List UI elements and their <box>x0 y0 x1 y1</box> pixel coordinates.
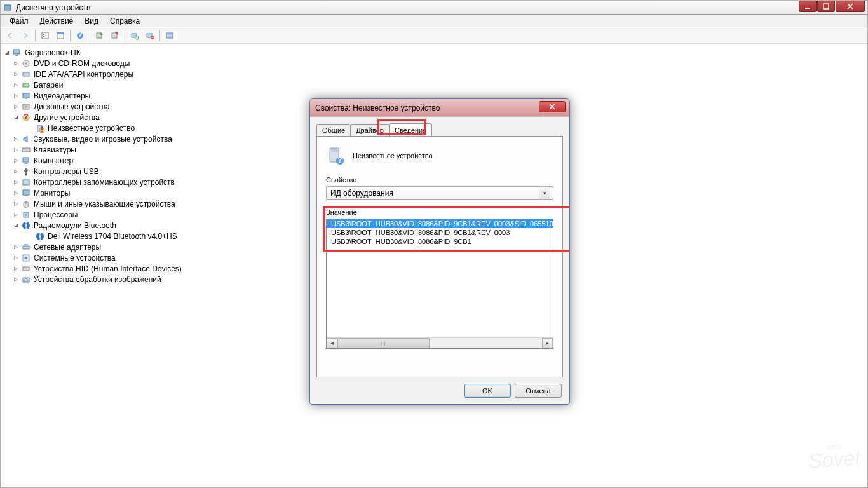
app-icon <box>3 3 13 13</box>
expand-icon[interactable]: ▷ <box>12 103 20 111</box>
menu-help[interactable]: Справка <box>105 15 145 27</box>
toolbar-separator <box>35 30 36 41</box>
tree-root-label: Gagushonok-ПК <box>25 48 81 57</box>
cancel-button[interactable]: Отмена <box>515 384 562 398</box>
toolbar-separator <box>90 30 90 41</box>
menu-file[interactable]: Файл <box>4 15 34 27</box>
scroll-track[interactable] <box>337 338 542 349</box>
svg-rect-18 <box>166 33 173 38</box>
expand-icon[interactable]: ▷ <box>12 254 20 262</box>
svg-rect-38 <box>23 158 29 162</box>
cpu-icon <box>21 210 31 220</box>
tree-category-label: Другие устройства <box>34 113 100 122</box>
toolbar-scan-button[interactable] <box>128 29 142 43</box>
toolbar-properties-button[interactable] <box>53 29 67 43</box>
tree-root[interactable]: ◢ Gagushonok-ПК <box>3 47 865 58</box>
other-icon: ? <box>21 112 31 123</box>
imaging-icon <box>21 274 31 285</box>
property-label: Свойство <box>326 176 553 184</box>
battery-icon <box>21 80 31 90</box>
value-listbox[interactable]: IUSB3\ROOT_HUB30&VID_8086&PID_9CB1&REV_0… <box>326 219 553 349</box>
hardware-id-value[interactable]: IUSB3\ROOT_HUB30&VID_8086&PID_9CB1&REV_0… <box>327 228 553 237</box>
expand-icon[interactable]: ▷ <box>12 189 20 197</box>
tree-category-label: Мониторы <box>34 189 70 198</box>
expand-icon[interactable]: ▷ <box>12 168 20 175</box>
property-selected-value: ИД оборудования <box>330 189 393 198</box>
dialog-title: Свойства: Неизвестное устройство <box>315 104 440 112</box>
tree-category[interactable]: ▷DVD и CD-ROM дисководы <box>3 58 865 69</box>
window-title: Диспетчер устройств <box>16 3 865 12</box>
svg-rect-43 <box>25 195 27 196</box>
svg-rect-6 <box>43 36 44 37</box>
expand-icon[interactable]: ▷ <box>12 211 20 219</box>
tree-category[interactable]: ▷Батареи <box>3 79 865 90</box>
svg-rect-24 <box>23 83 29 87</box>
svg-rect-0 <box>4 5 11 10</box>
toolbar-update-button[interactable] <box>93 29 107 43</box>
expand-icon[interactable]: ▷ <box>12 135 20 143</box>
toolbar-help-button[interactable]: ? <box>73 29 87 43</box>
menu-action[interactable]: Действие <box>35 15 79 27</box>
toolbar-disable-button[interactable] <box>143 29 157 43</box>
hardware-id-value[interactable]: IUSB3\ROOT_HUB30&VID_8086&PID_9CB1&REV_0… <box>327 219 553 228</box>
expand-icon[interactable]: ▷ <box>12 60 20 67</box>
svg-rect-23 <box>23 72 29 76</box>
scroll-right-button[interactable]: ► <box>542 338 553 349</box>
tree-category[interactable]: ▷IDE ATA/ATAPI контроллеры <box>3 69 865 79</box>
device-icon: ? <box>326 146 346 166</box>
minimize-button[interactable] <box>799 1 817 12</box>
svg-rect-42 <box>23 190 29 195</box>
hardware-id-value[interactable]: IUSB3\ROOT_HUB30&VID_8086&PID_9CB1 <box>327 237 553 246</box>
expand-icon[interactable]: ▷ <box>12 265 20 273</box>
expand-icon[interactable]: ▷ <box>12 92 20 100</box>
display-icon <box>21 91 31 101</box>
svg-rect-20 <box>15 55 18 56</box>
tab-details[interactable]: Сведения <box>389 123 432 136</box>
tree-category-label: Сетевые адаптеры <box>34 243 101 252</box>
maximize-button[interactable] <box>817 1 835 12</box>
tab-panel: ? Неизвестное устройство Свойство ИД обо… <box>316 136 563 377</box>
menubar: Файл Действие Вид Справка <box>1 15 867 27</box>
toolbar-legacy-button[interactable] <box>163 29 177 43</box>
menu-view[interactable]: Вид <box>79 15 104 27</box>
close-button[interactable] <box>836 1 865 12</box>
expand-icon[interactable]: ◢ <box>12 222 20 229</box>
expand-icon[interactable]: ◢ <box>12 114 20 121</box>
svg-rect-5 <box>43 34 44 35</box>
dialog-close-button[interactable] <box>539 101 566 112</box>
expand-icon[interactable]: ▷ <box>12 81 20 89</box>
expand-icon[interactable]: ▷ <box>12 243 20 251</box>
svg-rect-36 <box>23 149 24 149</box>
tree-category-label: Клавиатуры <box>34 146 76 154</box>
tree-device-label: Dell Wireless 1704 Bluetooth v4.0+HS <box>48 232 177 241</box>
expand-icon[interactable]: ▷ <box>12 276 20 283</box>
expand-icon[interactable]: ▷ <box>12 146 20 154</box>
toolbar-forward-button <box>18 29 32 43</box>
toolbar-view-button[interactable] <box>38 29 52 43</box>
ok-button[interactable]: OK <box>464 384 511 398</box>
collapse-icon[interactable]: ◢ <box>3 49 11 57</box>
disk-icon <box>21 102 31 112</box>
toolbar-separator <box>159 30 160 41</box>
bluetooth-icon <box>35 231 45 241</box>
horizontal-scrollbar[interactable]: ◄ ► <box>327 337 553 348</box>
disc-icon <box>21 58 31 69</box>
scroll-left-button[interactable]: ◄ <box>327 338 337 349</box>
svg-rect-4 <box>42 32 48 39</box>
property-dropdown[interactable]: ИД оборудования <box>326 186 553 200</box>
mouse-icon <box>21 199 31 209</box>
device-name: Неизвестное устройство <box>353 152 433 159</box>
scroll-thumb[interactable] <box>337 338 430 349</box>
expand-icon[interactable]: ▷ <box>12 157 20 165</box>
expand-icon[interactable]: ▷ <box>12 200 20 208</box>
dialog-titlebar[interactable]: Свойства: Неизвестное устройство <box>310 99 569 117</box>
toolbar-uninstall-button[interactable] <box>108 29 122 43</box>
expand-icon[interactable]: ▷ <box>12 179 20 186</box>
tab-driver[interactable]: Драйвер <box>350 124 390 136</box>
tab-general[interactable]: Общие <box>316 124 351 136</box>
keyboard-icon <box>21 145 31 155</box>
svg-rect-2 <box>805 8 810 9</box>
titlebar[interactable]: Диспетчер устройств <box>1 1 867 15</box>
svg-rect-37 <box>24 149 25 149</box>
expand-icon[interactable]: ▷ <box>12 71 20 78</box>
